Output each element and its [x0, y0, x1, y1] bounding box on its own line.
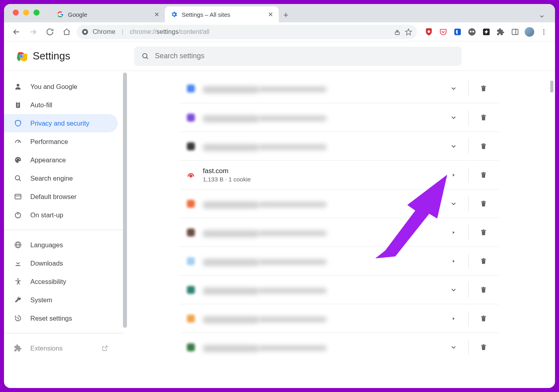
reload-button[interactable]: [43, 25, 57, 39]
svg-point-8: [428, 30, 430, 32]
sidebar-item-label: Downloads: [30, 260, 63, 267]
extension-5-icon[interactable]: [481, 26, 492, 37]
maximize-window-button[interactable]: [34, 10, 40, 16]
svg-rect-14: [512, 29, 518, 34]
expand-chevron-icon[interactable]: [445, 109, 462, 126]
accessibility-icon: [14, 278, 22, 286]
site-row[interactable]: ████████: [180, 304, 499, 333]
svg-marker-60: [453, 231, 455, 234]
site-row[interactable]: ████████: [180, 189, 499, 218]
site-text: ████████: [203, 227, 439, 238]
extensions-button-icon[interactable]: [495, 26, 506, 37]
sidebar-item-default-browser[interactable]: Default browser: [4, 187, 118, 206]
svg-rect-67: [483, 287, 485, 288]
url-scheme-label: Chrome: [93, 28, 115, 35]
delete-site-button[interactable]: [475, 80, 492, 97]
sidebar-item-search-engine[interactable]: Search engine: [4, 169, 118, 187]
palette-icon: [14, 156, 22, 164]
site-text: ████████: [203, 141, 439, 152]
browser-menu-icon[interactable]: [538, 26, 549, 37]
profile-avatar[interactable]: [524, 26, 535, 37]
settings-header: Settings Search settings: [4, 41, 555, 71]
sidebar-item-appearance[interactable]: Appearance: [4, 151, 118, 169]
delete-site-button[interactable]: [475, 138, 492, 155]
bookmark-icon[interactable]: [405, 28, 412, 35]
site-text: ████████: [203, 256, 439, 266]
sidebar-item-privacy-security[interactable]: Privacy and security: [4, 114, 118, 132]
forward-button[interactable]: [26, 25, 40, 39]
sidebar-item-languages[interactable]: Languages: [4, 236, 118, 254]
expand-chevron-icon[interactable]: [445, 282, 462, 298]
site-row[interactable]: ████████: [180, 218, 499, 246]
extension-ublock-icon[interactable]: [423, 26, 434, 37]
sidebar-item-label: Accessibility: [30, 278, 66, 286]
delete-site-button[interactable]: [475, 195, 492, 212]
sidebar-item-you-and-google[interactable]: You and Google: [4, 77, 118, 96]
site-favicon-icon: [185, 83, 196, 94]
expand-caret-icon[interactable]: [445, 310, 462, 327]
expand-chevron-icon[interactable]: [445, 80, 462, 97]
delete-site-button[interactable]: [475, 167, 492, 183]
site-row[interactable]: ████████: [180, 275, 499, 304]
chrome-logo-icon: [15, 50, 27, 62]
tab-google[interactable]: Google ✕: [51, 6, 165, 22]
site-row[interactable]: ████████: [180, 246, 499, 275]
search-settings-input[interactable]: Search settings: [134, 47, 462, 66]
close-window-button[interactable]: [13, 10, 19, 16]
site-subtext: ████: [259, 230, 327, 236]
extension-bitwarden-icon[interactable]: [452, 26, 463, 37]
extension-pocket-icon[interactable]: [438, 26, 449, 37]
site-row[interactable]: ████████: [180, 103, 499, 132]
delete-site-button[interactable]: [475, 109, 492, 126]
svg-line-31: [18, 141, 19, 143]
svg-point-11: [470, 30, 472, 32]
expand-chevron-icon[interactable]: [445, 339, 462, 356]
minimize-window-button[interactable]: [23, 10, 29, 16]
home-button[interactable]: [60, 25, 73, 39]
extension-4-icon[interactable]: [466, 26, 478, 37]
restore-icon: [14, 314, 22, 322]
share-icon[interactable]: [394, 28, 401, 35]
sidebar-item-extensions[interactable]: Extensions: [4, 339, 118, 357]
tab-overflow-button[interactable]: [536, 10, 548, 22]
scrollbar-thumb[interactable]: [550, 81, 553, 93]
sidebar-item-autofill[interactable]: Auto-fill: [4, 96, 118, 114]
site-row[interactable]: ████████: [180, 74, 499, 103]
tab-settings[interactable]: Settings – All sites ✕: [165, 6, 279, 22]
settings-body: You and Google Auto-fill Privacy and sec…: [4, 71, 555, 388]
close-tab-icon[interactable]: ✕: [268, 11, 273, 18]
svg-point-35: [19, 159, 20, 160]
chrome-scheme-icon: [81, 28, 89, 35]
delete-site-button[interactable]: [475, 310, 492, 327]
expand-caret-icon[interactable]: [445, 224, 462, 241]
sidebar-item-performance[interactable]: Performance: [4, 132, 118, 151]
expand-chevron-icon[interactable]: [445, 138, 462, 155]
sidebar-item-downloads[interactable]: Downloads: [4, 254, 118, 272]
back-button[interactable]: [10, 25, 23, 39]
sidebar-item-reset-settings[interactable]: Reset settings: [4, 309, 118, 327]
browser-window: Google ✕ Settings – All sites ✕ +: [4, 4, 555, 388]
svg-rect-28: [17, 104, 19, 104]
close-tab-icon[interactable]: ✕: [154, 11, 159, 18]
sidebar-item-system[interactable]: System: [4, 291, 118, 309]
sidebar-item-accessibility[interactable]: Accessibility: [4, 272, 118, 291]
svg-point-46: [17, 278, 18, 280]
content-scrollbar[interactable]: [550, 71, 554, 388]
site-favicon-icon: [185, 141, 196, 152]
sidebar-item-on-startup[interactable]: On start-up: [4, 206, 118, 224]
svg-point-22: [20, 55, 23, 57]
delete-site-button[interactable]: [475, 224, 492, 241]
expand-chevron-icon[interactable]: [445, 195, 462, 212]
svg-point-10: [468, 28, 476, 35]
new-tab-button[interactable]: +: [279, 8, 293, 22]
side-panel-icon[interactable]: [509, 26, 521, 37]
site-row[interactable]: fast.com1,133 B · 1 cookie: [180, 160, 499, 189]
address-bar[interactable]: Chrome | chrome://settings/content/all: [77, 25, 417, 39]
site-row[interactable]: ████████: [180, 132, 499, 160]
delete-site-button[interactable]: [475, 339, 492, 356]
expand-caret-icon[interactable]: [445, 167, 462, 183]
expand-caret-icon[interactable]: [445, 253, 462, 270]
delete-site-button[interactable]: [475, 253, 492, 270]
delete-site-button[interactable]: [475, 282, 492, 298]
site-row[interactable]: ████████: [180, 333, 499, 361]
